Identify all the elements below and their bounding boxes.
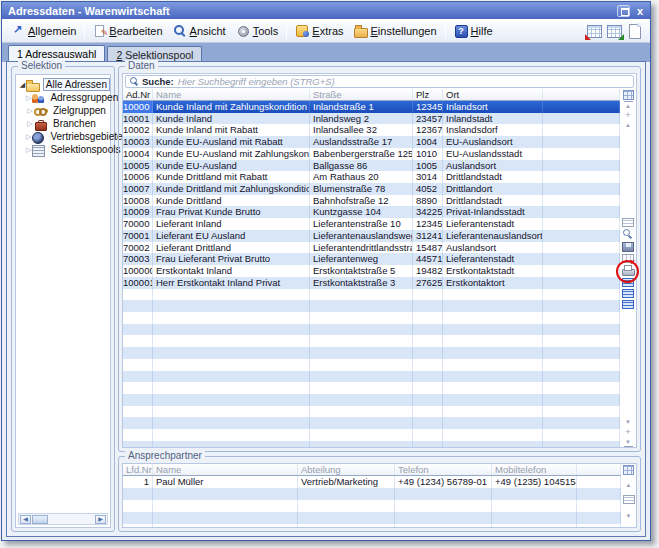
expand-icon[interactable]: + <box>624 428 633 437</box>
table-export-icon[interactable] <box>607 24 622 38</box>
table-row[interactable]: 100000Erstkontakt InlandErstkontaktstraß… <box>123 265 620 277</box>
table-row[interactable]: 10001Kunde InlandInlandsweg 223457Inland… <box>123 113 620 125</box>
table-row-empty[interactable] <box>123 406 620 418</box>
tree-item-adressgruppen[interactable]: ▷Adressgruppen <box>16 91 110 104</box>
table-cell-empty <box>543 171 620 183</box>
table-row-empty[interactable] <box>123 324 620 336</box>
table-row-empty[interactable] <box>123 500 621 512</box>
zoom-icon[interactable] <box>622 229 634 240</box>
menu-item-tools[interactable]: Tools <box>231 22 284 39</box>
table-row-empty[interactable] <box>123 417 620 429</box>
scrollbar-thumb[interactable] <box>32 515 48 524</box>
column-header[interactable]: Ad.Nr▼ <box>123 89 153 100</box>
table-row[interactable]: 100001Herr Erstkontakt Inland PrivatErst… <box>123 277 620 289</box>
table-cell <box>153 312 310 324</box>
scroll-top-icon[interactable]: ▲ <box>624 101 633 110</box>
close-icon[interactable]: x <box>634 5 646 17</box>
scroll-left-icon[interactable]: ◀ <box>20 515 31 524</box>
table-row-empty[interactable] <box>123 371 620 383</box>
scroll-up-icon[interactable]: ▲ <box>624 121 633 130</box>
table-row[interactable]: 10006Kunde Drittland mit RabattAm Rathau… <box>123 171 620 183</box>
table-row-empty[interactable] <box>123 429 620 441</box>
table-row[interactable]: 10002Kunde Inland mit RabattInlandsallee… <box>123 124 620 136</box>
table-cell: Drittlandstadt <box>443 171 543 183</box>
table-row-empty[interactable] <box>123 441 620 447</box>
menu-item-einstellungen[interactable]: Einstellungen <box>349 22 442 39</box>
tree-item-zielgruppen[interactable]: ▷Zielgruppen <box>16 104 110 117</box>
table-row-empty[interactable] <box>123 524 621 527</box>
table-row-empty[interactable] <box>123 289 620 301</box>
restore-icon[interactable] <box>617 5 630 17</box>
expander-open-icon[interactable]: ◢ <box>19 81 26 89</box>
table-row-empty[interactable] <box>123 359 620 371</box>
table-row-empty[interactable] <box>123 382 620 394</box>
horizontal-scrollbar[interactable]: ◀ ▶ <box>18 513 108 525</box>
menu-item-ansicht[interactable]: Ansicht <box>168 22 231 39</box>
table-row-empty[interactable] <box>123 488 621 500</box>
column-header[interactable]: Plz <box>413 89 443 100</box>
menu-item-hilfe[interactable]: Hilfe <box>449 22 498 39</box>
column-chooser-icon[interactable] <box>623 465 634 475</box>
new-document-icon[interactable] <box>627 24 642 38</box>
column-header[interactable]: Name <box>153 464 298 475</box>
scroll-up-icon[interactable]: ▲ <box>624 481 633 490</box>
scroll-down-icon[interactable]: ▼ <box>624 418 633 427</box>
column-chooser-icon[interactable] <box>623 90 634 100</box>
table-row[interactable]: 70001Lieferant EU AuslandLieferantenausl… <box>123 230 620 242</box>
tree-item-alle-adressen[interactable]: ◢Alle Adressen <box>16 78 110 91</box>
print-icon[interactable] <box>622 265 634 276</box>
table-cell: 34225 <box>413 206 443 218</box>
column-header[interactable]: Ort <box>443 89 543 100</box>
list-view-3-icon[interactable] <box>622 300 634 309</box>
scroll-bottom-icon[interactable]: ▼ <box>624 438 633 447</box>
table-row-empty[interactable] <box>123 512 621 524</box>
tree-item-label: Vertriebsgebiete <box>48 131 124 142</box>
column-header[interactable]: Abteilung <box>298 464 395 475</box>
table-side-toolbar: ▲+▲▼+▼ <box>620 89 636 447</box>
column-header[interactable]: Telefon <box>395 464 492 475</box>
table-cell: 8890 <box>413 195 443 207</box>
table-row[interactable]: 10003Kunde EU-Ausland mit RabattAuslands… <box>123 136 620 148</box>
card-view-icon[interactable] <box>623 495 635 504</box>
delete-table-icon[interactable] <box>622 254 634 263</box>
save-icon[interactable] <box>622 242 634 252</box>
table-row[interactable]: 70002Lieferant DrittlandLieferantendritt… <box>123 242 620 254</box>
table-row[interactable]: 10009Frau Privat Kunde BruttoKuntzgasse … <box>123 206 620 218</box>
menu-item-allgemein[interactable]: Allgemein <box>6 22 81 39</box>
list-view-1-icon[interactable] <box>622 278 634 287</box>
scroll-right-icon[interactable]: ▶ <box>95 515 106 524</box>
table-row[interactable]: 10000Kunde Inland mit Zahlungskondition … <box>123 101 620 113</box>
table-row[interactable]: 70003Frau Lieferant Privat BruttoLiefera… <box>123 253 620 265</box>
table-row[interactable]: 10005Kunde EU-AuslandBallgasse 861005Aus… <box>123 160 620 172</box>
expand-icon[interactable]: + <box>624 111 633 120</box>
column-header[interactable]: Straße <box>310 89 413 100</box>
table-row[interactable]: 70000Lieferant InlandLieferantenstraße 1… <box>123 218 620 230</box>
menu-item-extras[interactable]: Extras <box>290 22 348 39</box>
column-header[interactable]: Mobiltelefon <box>492 464 577 475</box>
table-import-icon[interactable] <box>587 24 602 38</box>
expander-icon[interactable]: ▷ <box>26 120 34 128</box>
tree-item-branchen[interactable]: ▷Branchen <box>16 117 110 130</box>
search-input[interactable]: Suche: Hier Suchbegriff eingeben (STRG+S… <box>125 75 634 88</box>
table-cell: Kunde Inland mit Rabatt <box>153 124 310 136</box>
list-view-2-icon[interactable] <box>622 289 634 298</box>
tree-item-selektionspools[interactable]: ▷Selektionspools <box>16 143 110 156</box>
table-row-empty[interactable] <box>123 347 620 359</box>
menu-item-bearbeiten[interactable]: Bearbeiten <box>88 23 167 39</box>
scroll-down-icon[interactable]: ▼ <box>624 512 633 521</box>
column-header[interactable]: Name <box>153 89 310 100</box>
card-view-icon[interactable] <box>622 218 634 227</box>
table-row-empty[interactable] <box>123 394 620 406</box>
table-cell: Frau Lieferant Privat Brutto <box>153 253 310 265</box>
table-row[interactable]: 10004Kunde EU-Ausland mit Zahlungskondti… <box>123 148 620 160</box>
table-row-empty[interactable] <box>123 335 620 347</box>
table-row-empty[interactable] <box>123 312 620 324</box>
tree-item-vertriebsgebiete[interactable]: ▷Vertriebsgebiete <box>16 130 110 143</box>
table-row[interactable]: 1Paul MüllerVertrieb/Marketing+49 (1234)… <box>123 476 621 488</box>
expander-icon[interactable]: ▷ <box>26 107 34 115</box>
table-cell: Lieferantenauslandsort <box>443 230 543 242</box>
table-row-empty[interactable] <box>123 300 620 312</box>
column-header[interactable]: Lfd.Nr. <box>123 464 153 475</box>
table-row[interactable]: 10007Kunde Drittland mit Zahlungskonditi… <box>123 183 620 195</box>
table-row[interactable]: 10008Kunde DrittlandBahnhofstraße 128890… <box>123 195 620 207</box>
